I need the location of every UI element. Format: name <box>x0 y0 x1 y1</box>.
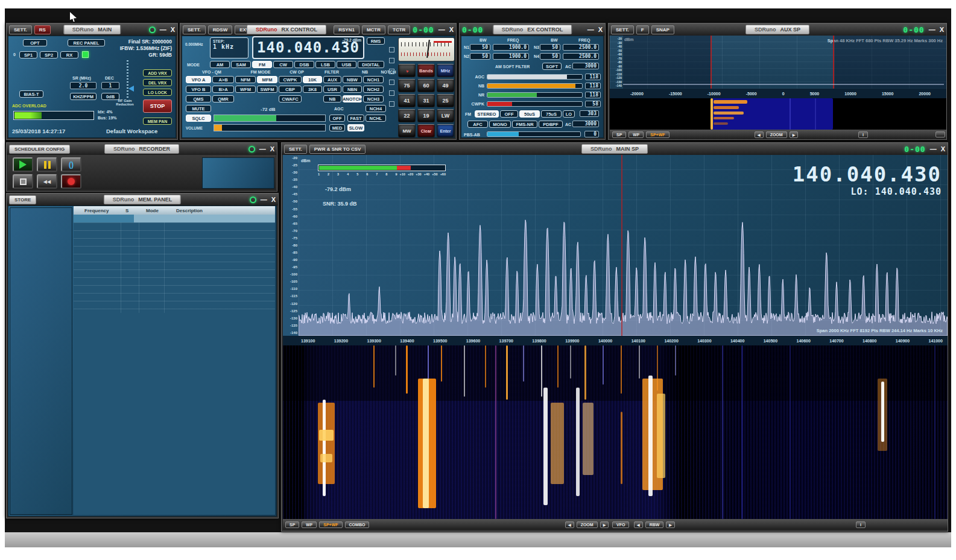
band-key-22[interactable]: 22 <box>398 109 416 122</box>
ex-titlebar[interactable]: 0-00 SDRunoEX CONTROL — X <box>460 24 605 36</box>
band-key-19[interactable]: 19 <box>417 109 435 122</box>
rx-nch3[interactable]: NCH3 <box>363 95 384 102</box>
ex-slider-value-agc[interactable]: 118 <box>585 74 601 80</box>
sqlc-button[interactable]: SQLC <box>186 115 211 122</box>
rx-anotch[interactable]: ANOTCH <box>343 95 362 102</box>
n4-bw[interactable]: 50 <box>540 53 560 60</box>
agc-off-button[interactable]: OFF <box>329 115 345 122</box>
step-display[interactable]: STEP: 1 kHz <box>210 37 248 58</box>
band-key-31[interactable]: 31 <box>417 94 435 107</box>
pause-button[interactable] <box>37 157 57 172</box>
band-key-49[interactable]: 49 <box>437 79 454 92</box>
ex-slider-value-cwpk[interactable]: 58 <box>585 101 601 107</box>
sp1-button[interactable]: SP1 <box>19 51 37 58</box>
mw-key[interactable]: MW <box>398 124 416 137</box>
sp-titlebar[interactable]: SETT. PWR & SNR TO CSV SDRunoMAIN SP 0-0… <box>282 143 948 155</box>
minimize-icon[interactable]: — <box>261 196 267 203</box>
rx-b-a[interactable]: B>A <box>212 86 234 93</box>
mode-digital[interactable]: DIGITAL <box>358 61 384 68</box>
minimize-icon[interactable]: — <box>259 145 266 153</box>
n2-freq[interactable]: 1900.0 <box>493 53 529 60</box>
aux-scroll-button[interactable] <box>935 131 945 137</box>
recorder-titlebar[interactable]: SCHEDULER CONFIG SDRunoRECORDER — X <box>7 143 277 155</box>
agc-fast-button[interactable]: FAST <box>347 115 364 122</box>
rsyn1-button[interactable]: RSYN1 <box>334 25 359 34</box>
pbs-ab-value[interactable]: 0 <box>584 131 599 137</box>
aux-snap-button[interactable]: SNAP <box>651 25 674 34</box>
aux-f-button[interactable]: F <box>636 25 649 34</box>
khz-ppm-button[interactable]: KHZ/PPM <box>70 93 97 100</box>
rx-usr[interactable]: USR <box>323 86 341 93</box>
band-key-25[interactable]: 25 <box>437 94 454 107</box>
n1-bw[interactable]: 50 <box>470 44 490 51</box>
mode-lsb[interactable]: LSB <box>315 61 335 68</box>
volume-slider[interactable] <box>214 124 326 131</box>
pbs-ab-slider[interactable] <box>487 131 581 137</box>
sp-zoom-in-button[interactable]: ▶ <box>600 521 609 528</box>
tuning-knob-key[interactable]: ▲ <box>398 64 416 77</box>
band-key-41[interactable]: 41 <box>398 94 416 107</box>
sp-rbw-up-button[interactable]: ▶ <box>666 521 675 528</box>
main-rs-button[interactable]: RS <box>34 25 51 34</box>
loop-button[interactable]: () <box>61 157 81 172</box>
rx-cbp[interactable]: CBP <box>279 86 302 93</box>
aux-wf-button[interactable]: WF <box>628 131 644 138</box>
ex-slider-agc[interactable] <box>487 74 583 80</box>
aux-sett-button[interactable]: SETT. <box>611 25 634 34</box>
close-icon[interactable]: X <box>940 26 944 33</box>
rx-nfm[interactable]: NFM <box>235 76 256 83</box>
enter-key[interactable]: Enter <box>437 124 454 137</box>
minimize-icon[interactable]: — <box>587 26 594 33</box>
agc-slow-button[interactable]: SLOW <box>347 124 364 131</box>
record-button[interactable] <box>61 174 81 189</box>
aux-spectrum[interactable]: -20-30-40-50-60-70-80-90-100-110-120-130… <box>610 36 946 89</box>
sr-value[interactable]: 2.0 <box>70 82 97 89</box>
rms-button[interactable]: RMS <box>367 37 385 45</box>
n3-bw[interactable]: 50 <box>540 44 560 51</box>
close-icon[interactable]: X <box>598 26 603 33</box>
store-button[interactable]: STORE <box>9 195 36 204</box>
nch4-button[interactable]: NCH4 <box>366 105 386 112</box>
aux-sp-wf-button[interactable]: SP+WF <box>646 131 669 138</box>
ex-pdbpf[interactable]: PDBPF <box>539 121 563 128</box>
sp-zoom-out-button[interactable]: ◀ <box>565 521 574 528</box>
sp-sp-button[interactable]: SP <box>285 521 299 528</box>
rf-gain-slider[interactable] <box>127 60 128 98</box>
ac-value[interactable]: 3000 <box>572 63 599 69</box>
mode-am[interactable]: AM <box>210 61 230 68</box>
rx-10k[interactable]: 10K <box>303 76 322 83</box>
n1-freq[interactable]: 1900.0 <box>493 44 529 51</box>
rf-gain-handle[interactable] <box>128 86 134 92</box>
rx-titlebar[interactable]: SETT. RDSW EXW SDRunoRX CONTROL RSYN1 MC… <box>180 24 456 36</box>
rx-a-b[interactable]: A>B <box>212 76 234 83</box>
rx-nbn[interactable]: NBN <box>343 86 362 93</box>
rec-panel-button[interactable]: REC PANEL <box>68 39 105 46</box>
minimize-icon[interactable]: — <box>929 26 935 33</box>
rx-nch2[interactable]: NCH2 <box>363 86 384 93</box>
close-icon[interactable]: X <box>171 26 175 33</box>
sp-sp-wf-button[interactable]: SP+WF <box>319 521 342 528</box>
lo-lock-button[interactable]: LO LOCK <box>143 89 172 96</box>
rx-wfm[interactable]: WFM <box>235 86 256 93</box>
sp-wf-button[interactable]: WF <box>302 521 317 528</box>
close-icon[interactable]: X <box>270 145 274 153</box>
pwr-snr-csv-button[interactable]: PWR & SNR TO CSV <box>309 145 366 154</box>
aux-zoom-in-button[interactable]: ▶ <box>790 131 799 138</box>
sp-waterfall[interactable] <box>283 345 948 519</box>
rewind-button[interactable]: ◀◀ <box>37 174 57 189</box>
sp2-button[interactable]: SP2 <box>40 51 58 58</box>
ac2-value[interactable]: 3000 <box>572 121 599 127</box>
ex-off[interactable]: OFF <box>500 110 518 118</box>
band-key-60[interactable]: 60 <box>417 79 435 92</box>
mem-table[interactable]: FrequencySModeDescription <box>74 206 275 515</box>
close-icon[interactable]: X <box>941 145 945 153</box>
rx-vfo-a[interactable]: VFO A <box>186 76 211 83</box>
minimize-icon[interactable]: — <box>930 145 937 153</box>
soft-button[interactable]: SOFT <box>542 63 562 70</box>
rx-button[interactable]: RX <box>60 51 78 58</box>
add-vrx-button[interactable]: ADD VRX <box>143 69 172 77</box>
nchl-button[interactable]: NCHL <box>366 115 386 122</box>
ex-50us[interactable]: 50uS <box>519 110 540 118</box>
rx-aux[interactable]: AUX <box>323 76 341 83</box>
aux-waterfall[interactable] <box>610 98 946 130</box>
